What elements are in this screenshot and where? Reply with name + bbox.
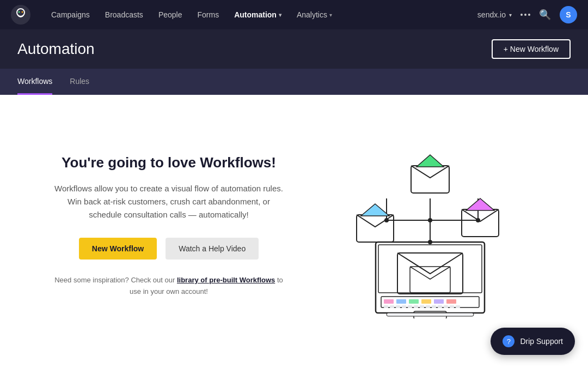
svg-point-0 (11, 5, 30, 25)
svg-rect-9 (421, 299, 431, 304)
svg-rect-25 (378, 245, 482, 293)
svg-rect-20 (432, 305, 436, 308)
drip-support-button[interactable]: ? Drip Support (491, 328, 575, 355)
svg-rect-11 (446, 299, 456, 304)
drip-support-icon: ? (503, 335, 514, 347)
svg-rect-24 (456, 305, 460, 308)
hero-footnote: Need some inspiration? Check out our lib… (54, 275, 283, 298)
nav-links: Campaigns Broadcasts People Forms Automa… (44, 0, 477, 29)
analytics-chevron-icon: ▾ (329, 12, 332, 18)
svg-rect-27 (387, 313, 474, 316)
workflow-illustration (327, 133, 534, 318)
new-workflow-header-button[interactable]: + New Workflow (492, 39, 571, 59)
main-content: You're going to love Workflows! Workflow… (0, 95, 588, 357)
svg-rect-17 (414, 305, 418, 308)
svg-rect-23 (450, 305, 454, 308)
prebuilt-workflows-link[interactable]: library of pre-built Workflows (177, 276, 275, 284)
tab-rules[interactable]: Rules (70, 69, 89, 95)
tab-workflows[interactable]: Workflows (17, 69, 52, 95)
nav-forms[interactable]: Forms (189, 0, 226, 29)
svg-point-36 (428, 240, 432, 244)
svg-rect-18 (420, 305, 424, 308)
account-chevron-icon: ▾ (509, 12, 512, 18)
nav-right: sendx.io ▾ 🔍 S (477, 6, 577, 23)
svg-marker-43 (361, 204, 389, 216)
svg-rect-22 (444, 305, 448, 308)
svg-rect-16 (408, 305, 412, 308)
svg-rect-8 (409, 299, 419, 304)
svg-marker-41 (416, 155, 444, 167)
svg-rect-6 (384, 299, 394, 304)
hero-left: You're going to love Workflows! Workflow… (54, 154, 283, 298)
page-title: Automation (17, 40, 95, 58)
nav-analytics[interactable]: Analytics ▾ (289, 0, 340, 29)
account-dropdown[interactable]: sendx.io ▾ (477, 10, 512, 19)
more-options-icon[interactable] (520, 14, 530, 16)
nav-campaigns[interactable]: Campaigns (44, 0, 97, 29)
svg-rect-13 (390, 305, 394, 308)
svg-rect-21 (438, 305, 442, 308)
hero-buttons: New Workflow Watch a Help Video (54, 238, 283, 260)
svg-rect-15 (402, 305, 406, 308)
page-header: Automation + New Workflow (0, 29, 588, 69)
svg-point-2 (19, 11, 20, 13)
automation-chevron-icon: ▾ (279, 12, 281, 18)
nav-people[interactable]: People (151, 0, 190, 29)
avatar[interactable]: S (560, 6, 577, 23)
svg-point-37 (428, 218, 432, 222)
search-icon[interactable]: 🔍 (539, 9, 551, 21)
svg-rect-7 (396, 299, 406, 304)
new-workflow-hero-button[interactable]: New Workflow (79, 238, 157, 260)
watch-video-button[interactable]: Watch a Help Video (166, 238, 259, 260)
svg-marker-45 (466, 198, 494, 210)
svg-rect-14 (396, 305, 400, 308)
tabs-bar: Workflows Rules (0, 69, 588, 95)
nav-automation[interactable]: Automation ▾ (226, 0, 289, 29)
nav-broadcasts[interactable]: Broadcasts (97, 0, 151, 29)
hero-title: You're going to love Workflows! (54, 154, 283, 171)
navbar: Campaigns Broadcasts People Forms Automa… (0, 0, 588, 29)
svg-rect-46 (327, 133, 359, 156)
logo[interactable] (11, 5, 30, 25)
svg-rect-10 (434, 299, 444, 304)
svg-point-3 (22, 11, 23, 13)
hero-description: Workflows allow you to create a visual f… (54, 182, 283, 221)
svg-rect-12 (384, 305, 388, 308)
svg-rect-19 (426, 305, 430, 308)
